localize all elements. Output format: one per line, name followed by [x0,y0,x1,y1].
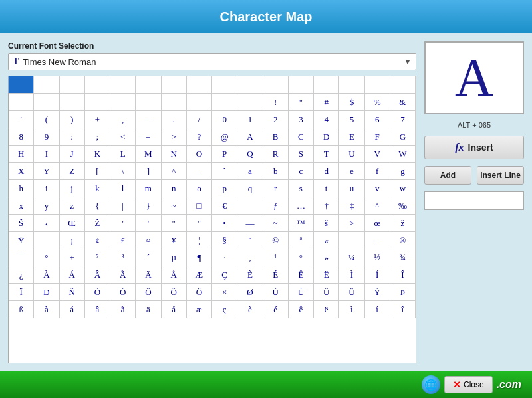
char-cell[interactable]: Þ [390,284,416,301]
char-cell[interactable]: ž [390,215,416,232]
char-cell[interactable] [237,76,263,94]
char-cell[interactable]: ^ [365,197,390,215]
char-cell[interactable]: R [263,146,289,163]
char-cell[interactable]: > [162,128,187,146]
char-cell[interactable]: j [60,180,85,197]
char-cell[interactable]: Ò [85,284,110,301]
char-cell[interactable]: { [85,197,110,215]
char-cell[interactable] [110,76,136,94]
char-cell[interactable]: % [365,94,390,111]
char-cell[interactable]: Ä [136,266,161,284]
char-cell[interactable]: ß [9,301,34,318]
char-cell[interactable]: ª [289,232,314,249]
insert-button[interactable]: fx Insert [424,136,524,159]
char-cell[interactable]: ¼ [339,249,364,266]
char-cell[interactable]: Î [390,266,416,284]
char-cell[interactable]: K [85,146,110,163]
char-cell[interactable]: ë [314,301,339,318]
char-cell[interactable] [85,94,110,111]
char-cell[interactable]: Ö [187,284,212,301]
char-cell[interactable]: t [314,180,339,197]
char-cell[interactable]: ° [34,249,59,266]
char-cell[interactable]: g [390,163,416,180]
char-cell[interactable]: Ù [263,284,289,301]
char-cell[interactable]: . [162,111,187,128]
char-cell[interactable]: 6 [365,111,390,128]
char-cell[interactable] [136,94,161,111]
char-cell[interactable]: ! [263,94,289,111]
char-cell[interactable]: å [162,301,187,318]
char-cell[interactable]: Û [314,284,339,301]
char-cell[interactable]: â [85,301,110,318]
char-cell[interactable]: ) [60,111,85,128]
char-cell[interactable]: Ç [212,266,237,284]
char-cell[interactable]: £ [110,232,136,249]
char-cell[interactable]: Å [162,266,187,284]
char-cell[interactable] [34,232,59,249]
char-cell[interactable]: L [110,146,136,163]
char-cell[interactable] [9,94,34,111]
char-cell[interactable]: h [9,180,34,197]
char-cell[interactable]: à [34,301,59,318]
char-cell[interactable]: ± [60,249,85,266]
char-cell[interactable]: ^ [162,163,187,180]
char-cell[interactable]: ¡ [60,232,85,249]
char-cell[interactable]: ‡ [339,197,364,215]
char-cell[interactable]: … [289,197,314,215]
insert-line-button[interactable]: Insert Line [477,166,524,185]
char-cell[interactable] [162,76,187,94]
char-cell[interactable]: 1 [237,111,263,128]
char-cell[interactable]: Ý [365,284,390,301]
char-cell[interactable]: ® [390,232,416,249]
char-cell[interactable]: U [339,146,364,163]
char-cell[interactable]: Ã [110,266,136,284]
char-cell[interactable] [34,76,59,94]
char-cell[interactable]: ¥ [162,232,187,249]
char-cell[interactable]: ² [85,249,110,266]
add-button[interactable]: Add [424,166,471,185]
char-cell[interactable]: O [187,146,212,163]
char-cell[interactable]: # [314,94,339,111]
char-cell[interactable]: A [237,128,263,146]
char-cell[interactable]: M [136,146,161,163]
char-cell[interactable]: I [34,146,59,163]
char-cell[interactable]: z [60,197,85,215]
char-cell[interactable]: , [110,111,136,128]
char-cell[interactable]: Æ [187,266,212,284]
char-cell[interactable]: X [9,163,34,180]
char-cell[interactable]: — [237,215,263,232]
char-cell[interactable]: À [34,266,59,284]
font-select-wrapper[interactable]: T Times New Roman ▼ [8,53,416,70]
char-cell[interactable] [60,94,85,111]
char-cell[interactable] [34,94,59,111]
char-cell[interactable]: œ [365,215,390,232]
char-cell[interactable]: © [263,232,289,249]
char-cell[interactable]: ` [212,163,237,180]
char-cell[interactable]: ¿ [9,266,34,284]
char-cell[interactable]: < [110,128,136,146]
char-cell[interactable]: | [110,197,136,215]
char-cell[interactable]: S [289,146,314,163]
char-cell[interactable]: - [365,232,390,249]
char-cell[interactable]: ³ [110,249,136,266]
char-cell[interactable]: - [136,111,161,128]
char-cell[interactable]: ~ [162,197,187,215]
char-cell[interactable]: Ï [9,284,34,301]
char-cell[interactable]: w [390,180,416,197]
char-cell[interactable] [237,197,263,215]
char-cell[interactable]: N [162,146,187,163]
char-cell[interactable]: T [314,146,339,163]
char-cell[interactable]: " [162,215,187,232]
char-cell[interactable]: 8 [9,128,34,146]
char-cell[interactable]: ¤ [136,232,161,249]
char-cell[interactable]: k [85,180,110,197]
char-cell[interactable]: f [365,163,390,180]
char-cell[interactable]: _ [187,163,212,180]
char-cell[interactable]: · [212,249,237,266]
char-cell[interactable]: 4 [314,111,339,128]
char-cell[interactable]: ; [85,128,110,146]
char-cell[interactable]: y [34,197,59,215]
char-cell[interactable] [110,94,136,111]
char-cell[interactable]: " [289,94,314,111]
char-cell[interactable]: d [314,163,339,180]
